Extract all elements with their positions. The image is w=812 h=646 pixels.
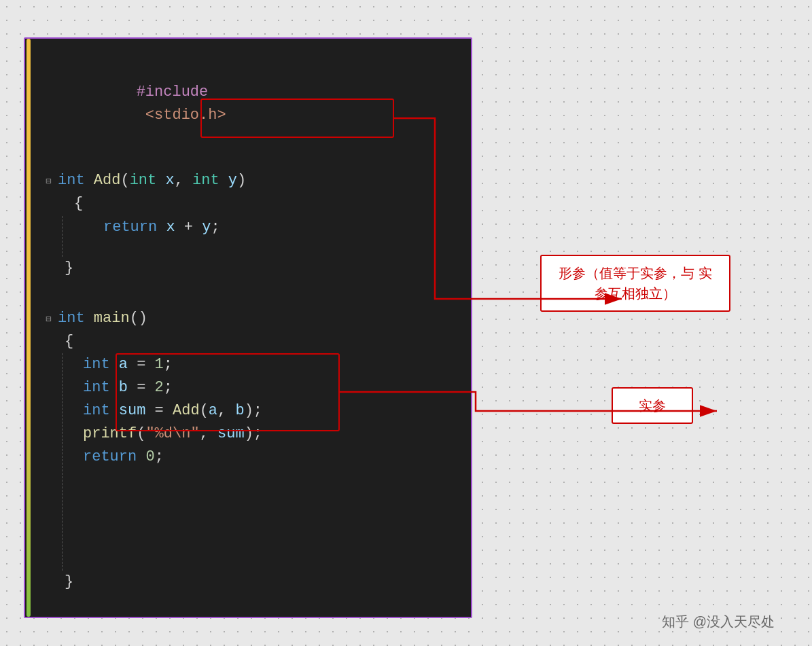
collapse-icon-add: ⊟ bbox=[46, 175, 55, 190]
assign-b: = bbox=[128, 376, 145, 399]
printf-sum: sum bbox=[217, 423, 245, 446]
blank-line-2 bbox=[46, 280, 459, 307]
main-body: int a = 1 ; int b = 2 ; int bbox=[46, 353, 459, 571]
return-line-add: return x + y ; bbox=[63, 216, 459, 239]
return-val-0: 0 bbox=[137, 446, 154, 469]
func-name-main: main bbox=[85, 307, 130, 330]
func-declaration: ⊟ int Add ( int x , int y ) bbox=[46, 169, 459, 192]
include-keyword: #include bbox=[137, 84, 209, 101]
int-keyword-b: int bbox=[83, 376, 110, 399]
param-int-x: int bbox=[130, 169, 157, 192]
semi-a: ; bbox=[164, 353, 173, 376]
var-a-name: a bbox=[110, 353, 128, 376]
return-x: x bbox=[157, 216, 175, 239]
assign-a: = bbox=[128, 353, 145, 376]
var-b-name: b bbox=[110, 376, 128, 399]
var-a-line: int a = 1 ; bbox=[83, 353, 459, 376]
int-keyword-a: int bbox=[83, 353, 110, 376]
printf-open: ( bbox=[137, 423, 145, 446]
watermark: 知乎 @没入天尽处 bbox=[662, 613, 775, 631]
add-call: Add bbox=[164, 399, 200, 423]
assign-sum: = bbox=[145, 399, 163, 423]
param-x: x bbox=[156, 169, 174, 192]
return-keyword-main: return bbox=[83, 446, 137, 469]
close-paren-add: ) bbox=[237, 169, 246, 192]
printf-close: ); bbox=[245, 423, 262, 446]
xincan-annotation: 形参（值等于实参，与 实参互相独立） bbox=[540, 255, 730, 312]
open-brace-add: { bbox=[46, 192, 459, 215]
int-keyword-sum: int bbox=[83, 399, 110, 423]
param-y: y bbox=[219, 169, 237, 192]
call-comma: , bbox=[217, 399, 235, 423]
call-open-paren: ( bbox=[200, 399, 209, 423]
val-1: 1 bbox=[145, 353, 163, 376]
printf-comma: , bbox=[200, 423, 217, 446]
return-y: y bbox=[193, 216, 211, 239]
var-sum-name: sum bbox=[110, 399, 146, 423]
shican-text: 实参 bbox=[639, 398, 666, 413]
var-b-line: int b = 2 ; bbox=[83, 376, 459, 399]
include-line: #include <stdio.h> bbox=[46, 58, 459, 150]
blank-line-1 bbox=[46, 150, 459, 169]
call-b: b bbox=[235, 399, 244, 423]
xincan-text: 形参（值等于实参，与 实参互相独立） bbox=[559, 266, 712, 301]
close-brace-main: } bbox=[46, 571, 459, 594]
int-keyword-main: int bbox=[58, 307, 85, 330]
call-close-paren: ); bbox=[245, 399, 262, 423]
parens-main: () bbox=[130, 307, 147, 330]
main-declaration: ⊟ int main () bbox=[46, 307, 459, 330]
comma-add: , bbox=[175, 169, 192, 192]
shican-annotation: 实参 bbox=[612, 387, 693, 424]
left-accent-bar bbox=[27, 39, 31, 617]
open-brace-main: { bbox=[46, 330, 459, 353]
int-keyword-add: int bbox=[58, 169, 85, 192]
param-int-y: int bbox=[192, 169, 219, 192]
semicolon-return: ; bbox=[211, 216, 219, 239]
open-paren-add: ( bbox=[120, 169, 129, 192]
func-name-add: Add bbox=[85, 169, 121, 192]
collapse-icon-main: ⊟ bbox=[46, 312, 55, 327]
semi-return0: ; bbox=[155, 446, 164, 469]
close-brace-add: } bbox=[46, 257, 459, 280]
return-line-main: return 0 ; bbox=[83, 446, 459, 469]
call-a: a bbox=[209, 399, 217, 423]
add-body: return x + y ; bbox=[46, 216, 459, 257]
val-2: 2 bbox=[145, 376, 163, 399]
watermark-text: 知乎 @没入天尽处 bbox=[662, 614, 775, 629]
var-sum-line: int sum = Add ( a , b ); bbox=[83, 399, 459, 423]
code-content: #include <stdio.h> ⊟ int Add ( int x , i… bbox=[32, 51, 459, 594]
printf-name: printf bbox=[83, 423, 137, 446]
printf-line: printf ( "%d\n" , sum ); bbox=[83, 423, 459, 446]
printf-fmt: "%d\n" bbox=[145, 423, 199, 446]
include-header: <stdio.h> bbox=[137, 107, 226, 124]
plus-op: + bbox=[175, 216, 193, 239]
code-panel: #include <stdio.h> ⊟ int Add ( int x , i… bbox=[24, 37, 472, 618]
return-keyword-add: return bbox=[103, 216, 157, 239]
semi-b: ; bbox=[164, 376, 173, 399]
